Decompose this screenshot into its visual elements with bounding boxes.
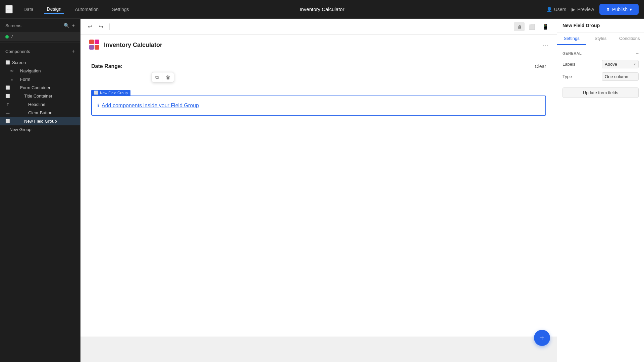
tab-styles[interactable]: Styles (586, 33, 615, 45)
general-section-label: GENERAL − (562, 51, 639, 56)
screen-active-dot (5, 35, 9, 39)
tablet-view-button[interactable]: ⬜ (526, 22, 538, 31)
fab-add-button[interactable]: + (534, 330, 550, 346)
field-group-wrapper: ⬜ New Field Group ℹ Add components insid… (91, 89, 546, 116)
canvas-toolbar: ↩ ↪ 🖥 ⬜ 📱 (80, 19, 557, 35)
tab-conditions[interactable]: Conditions (615, 33, 644, 45)
preview-button[interactable]: ▶ Preview (572, 7, 594, 12)
tree-item-screen[interactable]: ⬜ Screen (0, 58, 80, 67)
svg-rect-3 (95, 45, 99, 50)
grid-dots-icon: ⋯ (543, 41, 549, 49)
nav-settings[interactable]: Settings (109, 5, 132, 13)
collapse-general-button[interactable]: − (636, 51, 639, 56)
tab-settings[interactable]: Settings (557, 33, 586, 45)
type-value: One column (605, 74, 628, 79)
copy-icon: ⧉ (155, 74, 159, 80)
copy-field-group-button[interactable]: ⧉ (152, 72, 162, 82)
right-panel-tabs: Settings Styles Conditions (557, 33, 644, 45)
page-title: Inventory Calculator (300, 6, 344, 12)
float-toolbar: ⧉ 🗑 (152, 72, 174, 82)
app-title: Inventory Calculator (104, 42, 162, 49)
tree-item-label: Screen (12, 60, 26, 65)
right-panel: New Field Group Settings Styles Conditio… (557, 19, 644, 362)
screens-label: Screens (5, 23, 21, 28)
tree-item-navigation[interactable]: 👁 Navigation (0, 67, 80, 75)
add-components-link[interactable]: Add components inside your Field Group (102, 103, 199, 109)
app-header: Inventory Calculator ⋯ (80, 35, 557, 55)
date-range-label: Date Range: (91, 63, 122, 69)
labels-value: Above (605, 62, 617, 67)
tree-item-label: Navigation (20, 68, 41, 73)
toolbar-separator (109, 23, 110, 30)
screens-header-icons: 🔍 + (64, 23, 75, 28)
tree-item-form[interactable]: ≡ Form (0, 75, 80, 83)
nav-automation[interactable]: Automation (72, 5, 101, 13)
main-layout: Screens 🔍 + / Components + ⬜ Screen 👁 Na… (0, 19, 644, 362)
add-screen-button[interactable]: + (72, 23, 75, 28)
app-logo-icon (89, 39, 101, 51)
clear-button[interactable]: Clear (535, 64, 546, 69)
new-group-item[interactable]: New Group (0, 125, 80, 134)
desktop-view-button[interactable]: 🖥 (514, 22, 525, 31)
form-container-icon: ⬜ (5, 85, 10, 90)
field-group-badge-icon: ⬜ (94, 90, 99, 95)
headline-icon: T (5, 103, 10, 107)
publish-chevron-icon: ▾ (630, 7, 632, 12)
labels-select[interactable]: Above ▾ (602, 60, 639, 68)
update-form-fields-button[interactable]: Update form fields (562, 87, 639, 98)
info-icon: ℹ (97, 103, 99, 108)
publish-icon: ⬆ (606, 7, 610, 12)
preview-icon: ▶ (572, 7, 575, 12)
redo-button[interactable]: ↪ (97, 22, 105, 31)
tree-item-headline[interactable]: T Headline (0, 100, 80, 109)
tree-item-label: Headline (28, 102, 45, 107)
app-logo: Inventory Calculator (89, 39, 162, 51)
right-panel-body: GENERAL − Labels Above ▾ Type One column… (557, 45, 644, 362)
svg-rect-2 (89, 45, 94, 50)
users-button[interactable]: 👤 Users (546, 7, 567, 12)
tree-item-title-container[interactable]: ⬜ Title Container (0, 92, 80, 100)
delete-icon: 🗑 (166, 75, 170, 80)
clear-button-icon: — (5, 111, 10, 115)
type-select[interactable]: One column (602, 72, 639, 81)
left-sidebar: Screens 🔍 + / Components + ⬜ Screen 👁 Na… (0, 19, 80, 362)
svg-rect-0 (89, 40, 94, 44)
navigation-icon: 👁 (9, 69, 14, 73)
tree-item-label: Clear Button (28, 110, 52, 115)
type-field-row: Type One column (562, 72, 639, 81)
components-header: Components + (0, 44, 80, 58)
sidebar-divider (0, 43, 80, 43)
user-icon: 👤 (546, 7, 552, 12)
field-group-badge-label: New Field Group (100, 91, 128, 95)
delete-field-group-button[interactable]: 🗑 (162, 72, 174, 82)
view-buttons: 🖥 ⬜ 📱 (514, 22, 551, 31)
search-button[interactable]: 🔍 (64, 23, 69, 28)
screen-icon: ⬜ (5, 60, 10, 65)
screen-item-label: / (11, 34, 13, 39)
nav-design[interactable]: Design (44, 5, 64, 14)
form-icon: ≡ (9, 77, 14, 81)
add-component-button[interactable]: + (72, 48, 75, 54)
labels-field-label: Labels (562, 62, 575, 67)
labels-field-row: Labels Above ▾ (562, 60, 639, 68)
type-field-label: Type (562, 74, 572, 79)
field-group-container: ℹ Add components inside your Field Group (91, 96, 546, 116)
back-button[interactable]: ← (5, 5, 13, 13)
title-container-icon: ⬜ (5, 94, 10, 98)
field-group-badge[interactable]: ⬜ New Field Group (91, 90, 130, 96)
canvas-area: ↩ ↪ 🖥 ⬜ 📱 (80, 19, 557, 362)
tree-item-label: Title Container (24, 94, 52, 99)
right-panel-title: New Field Group (562, 23, 600, 28)
nav-data[interactable]: Data (21, 5, 36, 13)
tree-item-new-field-group[interactable]: ⬜ New Field Group (0, 117, 80, 125)
canvas-scroll: Inventory Calculator ⋯ Date Range: Clear… (80, 35, 557, 362)
undo-button[interactable]: ↩ (86, 22, 94, 31)
right-panel-header: New Field Group (557, 19, 644, 33)
tree-item-label: Form (20, 77, 30, 82)
publish-button[interactable]: ⬆ Publish ▾ (599, 4, 639, 15)
labels-arrow-icon: ▾ (634, 62, 636, 66)
tree-item-form-container[interactable]: ⬜ Form Container (0, 83, 80, 92)
mobile-view-button[interactable]: 📱 (539, 22, 551, 31)
tree-item-clear-button[interactable]: — Clear Button (0, 109, 80, 117)
screen-item-root[interactable]: / (0, 32, 80, 41)
